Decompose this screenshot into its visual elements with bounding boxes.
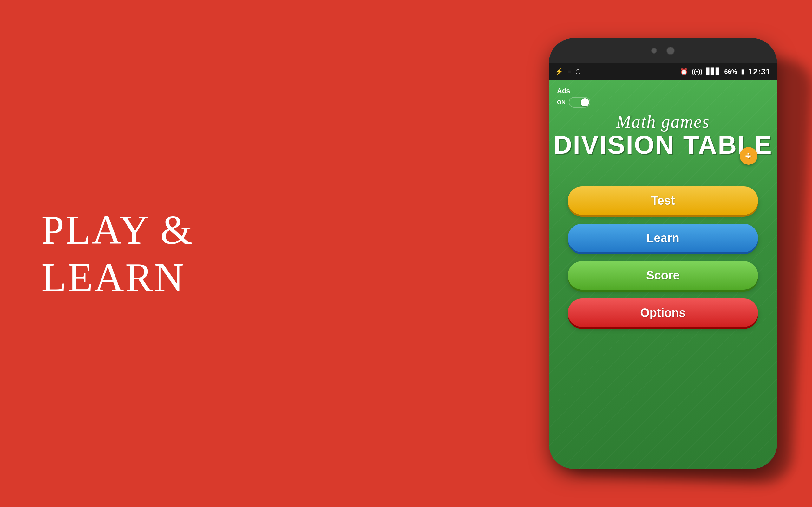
ads-label: Ads (557, 87, 570, 95)
math-games-subtitle: Math games (553, 112, 773, 132)
ads-toggle[interactable] (569, 97, 590, 108)
phone-top-bar (549, 38, 777, 63)
camera-dot (651, 48, 657, 54)
speaker-dot (666, 47, 675, 55)
list-icon: ≡ (567, 68, 571, 75)
status-left-icons: ⚡ ≡ ⬡ (555, 68, 581, 75)
toggle-knob (581, 98, 589, 107)
options-button[interactable]: Options (568, 298, 758, 327)
battery-percent: 66% (724, 68, 737, 75)
ads-section: Ads ON (557, 87, 590, 108)
android-icon: ⬡ (575, 68, 581, 75)
status-right-icons: ⏰ ((•)) ▋▋▋ 66% ▮ 12:31 (680, 67, 771, 77)
wifi-icon: ((•)) (692, 68, 703, 75)
toggle-label: ON (557, 99, 565, 106)
app-screen: Ads ON Math games DIVISION TABLE ÷ Test … (549, 80, 777, 469)
test-button[interactable]: Test (568, 186, 758, 215)
play-learn-headline: PLAY & LEARN (41, 206, 194, 301)
score-button[interactable]: Score (568, 261, 758, 290)
toggle-row[interactable]: ON (557, 97, 590, 108)
battery-icon: ▮ (741, 68, 745, 75)
headline-line2: LEARN (41, 253, 194, 301)
status-bar: ⚡ ≡ ⬡ ⏰ ((•)) ▋▋▋ 66% ▮ 12:31 (549, 63, 777, 80)
learn-button[interactable]: Learn (568, 224, 758, 252)
app-title-section: Math games DIVISION TABLE ÷ (553, 112, 773, 158)
usb-icon: ⚡ (555, 68, 563, 75)
division-table-title: DIVISION TABLE ÷ (553, 132, 773, 158)
status-time: 12:31 (748, 67, 771, 77)
division-symbol-circle: ÷ (740, 147, 757, 165)
alarm-icon: ⏰ (680, 68, 688, 75)
phone-frame: ⚡ ≡ ⬡ ⏰ ((•)) ▋▋▋ 66% ▮ 12:31 Ads ON (549, 38, 777, 469)
menu-buttons: Test Learn Score Options (549, 186, 777, 327)
headline-line1: PLAY & (41, 206, 194, 254)
signal-bars: ▋▋▋ (706, 68, 720, 75)
